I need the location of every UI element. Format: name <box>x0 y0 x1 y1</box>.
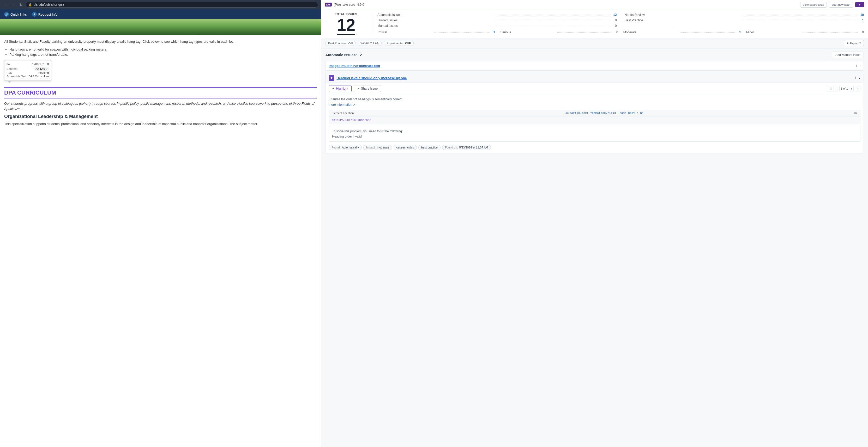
highlight-button[interactable]: ✦ Highlight <box>329 85 351 92</box>
experimental-chip-label: Experimental: <box>386 42 404 45</box>
guided-count: 0 <box>613 19 617 22</box>
url-text: uis.edu/publisher-quiz <box>34 3 64 6</box>
dpa-heading: DPA CURRICULUM <box>4 89 317 99</box>
page-last-button[interactable]: ⟩⟩ <box>855 86 861 92</box>
tooltip-header: h4 1200 x 31.68 <box>6 63 49 66</box>
browser-bar: ← → ↻ 🔒 uis.edu/publisher-quiz <box>0 0 321 9</box>
axe-logo-badge: axe <box>325 3 332 6</box>
element-location-header: Element Location: .clearfix.text-formatt… <box>329 110 860 116</box>
automatic-count: 12 <box>613 13 617 17</box>
page-prev-button[interactable]: ⟨ <box>835 86 840 92</box>
reload-button[interactable]: ↻ <box>18 2 24 7</box>
highlight-icon: ✦ <box>332 87 335 91</box>
issue-2-detail: Ensures the order of headings is semanti… <box>326 94 864 153</box>
tag-found: Found: Automatically <box>329 145 362 150</box>
filter-chips: Best Practices: ON WCAG 2.1 AA Experimen… <box>325 41 414 46</box>
moderate-label: Moderate <box>623 31 678 34</box>
page-next-button[interactable]: ⟩ <box>849 86 854 92</box>
role-label: Role <box>6 71 12 74</box>
export-button[interactable]: ⬇ Export ▾ <box>844 40 864 46</box>
issue-item-1-left: Images must have alternate text <box>329 64 380 68</box>
more-info-link[interactable]: more information ↗ <box>329 103 355 107</box>
issue-1-count: 1 <box>856 64 858 68</box>
tooltip-accessible-text-row: Accessible Text DPA Curriculum <box>6 75 49 78</box>
body-text: This specialization supports students' p… <box>4 122 317 127</box>
issues-section-header: Automatic Issues: 12 Add Manual Issue <box>325 51 864 58</box>
page-first-button[interactable]: ⟨⟨ <box>828 86 834 92</box>
code-toggle-icon[interactable]: </> <box>854 111 858 115</box>
contrast-badge: AA 12.6 ✓ <box>34 67 49 71</box>
issue-tags: Found: Automatically Impact: moderate ca… <box>329 145 861 150</box>
issue-item-2: Heading levels should only increase by o… <box>325 73 864 153</box>
critical-label: Critical <box>377 31 432 34</box>
serious-count: 0 <box>614 31 618 34</box>
fix-box-title: To solve this problem, you need to fix t… <box>332 130 857 133</box>
best-practices-chip[interactable]: Best Practices: ON <box>325 41 355 46</box>
element-location: Element Location: .clearfix.text-formatt… <box>329 110 861 124</box>
site-content: 🔗 Quick links ℹ Request Info All Student… <box>0 9 321 447</box>
code-block: <h4>DPA Curriculum</h4> <box>329 116 860 124</box>
issue-item-1-header[interactable]: Images must have alternate text 1 › <box>326 61 864 70</box>
issues-section-title: Automatic Issues: 12 <box>325 53 362 57</box>
minor-label: Minor <box>746 31 801 34</box>
wcag-chip[interactable]: WCAG 2.1 AA <box>358 41 381 46</box>
issue-2-title: Heading levels should only increase by o… <box>337 76 852 80</box>
tooltip-box: h4 1200 x 31.68 Contrast AA 12.6 ✓ Role <box>4 60 51 81</box>
issue-expanded-header[interactable]: Heading levels should only increase by o… <box>326 73 864 83</box>
issues-summary: TOTAL ISSUES 12 Automatic Issues 12 Need… <box>321 9 868 38</box>
site-body: All Students, Staff, and Faculty parking… <box>0 35 321 133</box>
right-panel: axe (Pro) axe-core 4.9.0 view saved test… <box>321 0 868 447</box>
tooltip-contrast-row: Contrast AA 12.6 ✓ <box>6 67 49 71</box>
experimental-chip[interactable]: Experimental: OFF <box>384 41 414 46</box>
axe-pro-label: (Pro) <box>334 3 341 6</box>
best-practices-chip-value: ON <box>348 42 353 45</box>
url-bar[interactable]: 🔒 uis.edu/publisher-quiz <box>26 2 318 7</box>
forward-button[interactable]: → <box>10 2 16 7</box>
share-icon: ↗ <box>357 87 360 91</box>
nav-request-info[interactable]: ℹ Request Info <box>32 12 58 17</box>
serious-row: Serious 0 <box>500 30 618 35</box>
fix-issue: Heading order invalid <box>332 135 857 138</box>
nav-quick-links[interactable]: 🔗 Quick links <box>4 12 27 17</box>
filter-bar: Best Practices: ON WCAG 2.1 AA Experimen… <box>321 38 868 48</box>
check-icon: ✓ <box>45 67 48 70</box>
tooltip-role-row: Role heading <box>6 71 49 74</box>
critical-count: 1 <box>491 31 495 34</box>
role-value: heading <box>39 71 49 74</box>
inspector-tooltip: h4 1200 x 31.68 Contrast AA 12.6 ✓ Role <box>4 60 51 83</box>
info-icon: ℹ <box>32 12 37 17</box>
left-panel: ← → ↻ 🔒 uis.edu/publisher-quiz 🔗 Quick l… <box>0 0 321 447</box>
contrast-value: 12.6 <box>40 67 45 70</box>
issue-item-1: Images must have alternate text 1 › <box>325 61 864 71</box>
total-issues-number: 12 <box>337 17 355 35</box>
external-link-icon: ↗ <box>353 103 355 107</box>
start-new-scan-button[interactable]: start new scan <box>829 2 853 7</box>
share-issue-button[interactable]: ↗ Share Issue <box>354 85 381 92</box>
subsection-heading: Organizational Leadership & Management <box>4 114 317 119</box>
issue-2-count: 1 <box>855 76 857 80</box>
issue-1-title: Images must have alternate text <box>329 64 380 68</box>
element-selector: .clearfix.text-formatted.field--name-bod… <box>564 111 644 115</box>
manual-issues-row: Manual Issues 0 <box>377 24 617 28</box>
fix-box: To solve this problem, you need to fix t… <box>329 126 861 142</box>
highlight-label: Highlight <box>336 87 348 91</box>
minor-count: 0 <box>860 31 864 34</box>
experimental-chip-value: OFF <box>405 42 411 45</box>
scan-button[interactable]: ● <box>855 2 864 7</box>
needs-review-label: Needs Review <box>625 13 740 17</box>
automatic-issues-row: Automatic Issues 12 <box>377 12 617 17</box>
hero-image <box>0 19 321 35</box>
tooltip-tag: h4 <box>6 63 10 66</box>
axe-logo: axe (Pro) axe-core 4.9.0 <box>325 3 364 6</box>
add-manual-issue-button[interactable]: Add Manual Issue <box>832 51 864 58</box>
back-button[interactable]: ← <box>3 2 8 7</box>
critical-row: Critical 1 <box>377 30 495 35</box>
axe-header: axe (Pro) axe-core 4.9.0 view saved test… <box>321 0 868 9</box>
accessible-text-label: Accessible Text <box>6 75 26 78</box>
needs-review-row: Needs Review 10 <box>625 12 864 17</box>
paragraph-1: All Students, Staff, and Faculty parking… <box>4 39 317 44</box>
site-nav: 🔗 Quick links ℹ Request Info <box>0 9 321 19</box>
lock-icon: 🔒 <box>28 3 32 6</box>
guided-label: Guided Issues <box>377 19 493 22</box>
view-saved-tests-button[interactable]: view saved tests <box>800 2 827 7</box>
